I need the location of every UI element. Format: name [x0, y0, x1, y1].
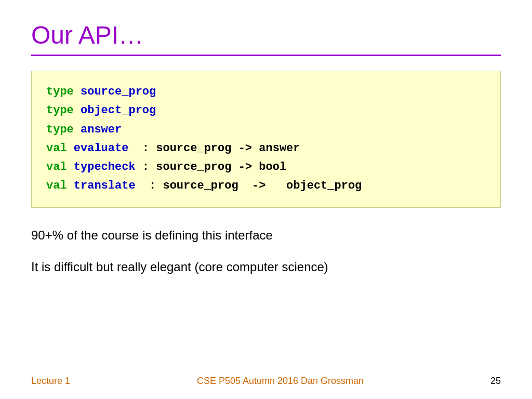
footer: Lecture 1 CSE P505 Autumn 2016 Dan Gross… — [31, 376, 501, 387]
slide: Our API… type source_prog type object_pr… — [0, 0, 532, 399]
keyword-val-3: val — [46, 179, 67, 192]
footer-course: CSE P505 Autumn 2016 Dan Grossman — [197, 376, 364, 387]
ident-3: answer — [74, 123, 122, 136]
title-divider — [31, 55, 501, 56]
keyword-type-1: type — [46, 85, 74, 98]
ident-black-2: : source_prog -> bool — [136, 161, 286, 174]
ident-2: object_prog — [74, 104, 156, 117]
code-line-6: val translate : source_prog -> object_pr… — [46, 177, 486, 195]
ident-1: source_prog — [74, 85, 156, 98]
code-line-5: val typecheck : source_prog -> bool — [46, 158, 486, 177]
code-line-3: type answer — [46, 121, 486, 139]
body-text-1: 90+% of the course is defining this inte… — [31, 227, 501, 244]
keyword-type-2: type — [46, 104, 74, 117]
code-line-1: type source_prog — [46, 83, 486, 101]
ident-val-3: translate — [67, 179, 136, 192]
ident-black-1: : source_prog -> answer — [128, 142, 300, 155]
footer-lecture: Lecture 1 — [31, 376, 70, 387]
ident-black-3: : source_prog -> object_prog — [136, 179, 362, 192]
code-block: type source_prog type object_prog type a… — [31, 71, 501, 208]
slide-title: Our API… — [31, 21, 501, 49]
keyword-val-2: val — [46, 161, 67, 174]
footer-page: 25 — [490, 376, 501, 387]
code-line-4: val evaluate : source_prog -> answer — [46, 139, 486, 158]
ident-val-1: evaluate — [67, 142, 129, 155]
body-text-2: It is difficult but really elegant (core… — [31, 258, 501, 276]
keyword-type-3: type — [46, 123, 74, 136]
keyword-val-1: val — [46, 142, 67, 155]
ident-val-2: typecheck — [67, 161, 136, 174]
code-line-2: type object_prog — [46, 101, 486, 120]
